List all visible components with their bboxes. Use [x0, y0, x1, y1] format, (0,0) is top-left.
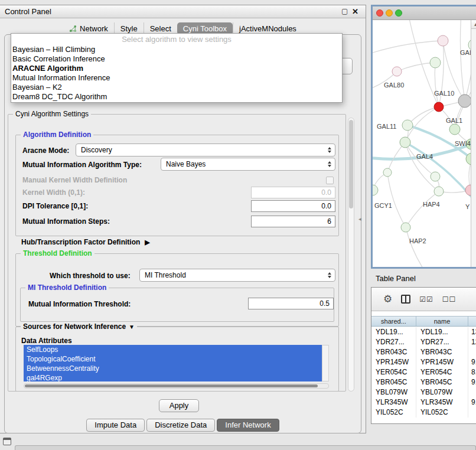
panel-collapse-icon[interactable]: ◂ [358, 216, 361, 222]
float-window-icon[interactable]: ▢ [341, 7, 348, 15]
table-row[interactable]: YBR043CYBR043C [371, 347, 476, 357]
network-edge[interactable] [373, 41, 443, 56]
manual-kernel-checkbox[interactable] [326, 177, 334, 184]
network-node[interactable] [373, 185, 378, 195]
table-row[interactable]: YBL079WYBL079W [371, 387, 476, 397]
attributes-vertical-scrollbar[interactable] [322, 345, 329, 381]
network-window-titlebar[interactable] [373, 6, 476, 20]
tab-label: jActiveMNodules [239, 24, 296, 33]
sources-toggle[interactable]: Sources for Network Inference ▼ [21, 322, 137, 331]
network-edge[interactable] [405, 142, 439, 191]
table-cell: 9. [468, 397, 476, 407]
data-attribute-item[interactable]: TopologicalCoefficient [24, 354, 322, 364]
scrollbar-thumb[interactable] [25, 384, 318, 387]
network-node[interactable] [434, 187, 444, 196]
tab-infer-network[interactable]: Infer Network [217, 419, 279, 432]
network-canvas[interactable]: GAL7GAL80GAL10GAL11GAL1SWI4GAL4GCY1HAP4Y… [373, 20, 471, 267]
network-node[interactable] [431, 172, 440, 181]
network-view-window: GAL7GAL80GAL10GAL11GAL1SWI4GAL4GCY1HAP4Y… [371, 5, 476, 269]
scrollbar-thumb[interactable] [349, 120, 353, 208]
which-threshold-label: Which threshold to use: [50, 270, 131, 282]
tab-label: Select [150, 24, 171, 33]
data-attribute-item[interactable]: gal4RGexp [24, 373, 322, 381]
network-node[interactable] [438, 35, 448, 46]
table-cell: 8. [468, 367, 476, 377]
network-edge[interactable] [397, 63, 435, 71]
minimize-traffic-light[interactable] [386, 9, 393, 17]
mi-threshold-label: Mutual Information Threshold: [28, 298, 131, 310]
group-title: Algorithm Definition [21, 131, 93, 139]
column-header-shared-name[interactable]: shared... [371, 317, 416, 326]
dpi-tolerance-field[interactable]: 0.0 [251, 200, 335, 212]
table-cell: YDL19... [371, 327, 416, 337]
network-node[interactable] [430, 57, 441, 68]
which-threshold-value: MI Threshold [145, 271, 186, 279]
network-node[interactable] [392, 67, 402, 76]
network-canvas-area[interactable]: GAL7GAL80GAL10GAL11GAL1SWI4GAL4GCY1HAP4Y… [373, 20, 476, 267]
network-edge[interactable] [406, 227, 423, 267]
mi-threshold-field[interactable]: 0.5 [248, 298, 334, 309]
tab-label: Style [120, 24, 138, 33]
data-attribute-item[interactable]: BetweennessCentrality [24, 364, 322, 373]
table-row[interactable]: YIL052CYIL052C [371, 407, 476, 418]
apply-button[interactable]: Apply [159, 399, 199, 412]
table-cell: YLR345W [371, 397, 416, 407]
algorithm-option[interactable]: Bayesian – K2 [11, 83, 342, 92]
scroll-up-button[interactable]: ▲ [471, 20, 476, 29]
table-row[interactable]: YLR345WYLR345W9. [371, 397, 476, 407]
table-cell: YDR27... [371, 337, 416, 347]
network-node[interactable] [449, 124, 460, 135]
network-node[interactable] [402, 120, 413, 131]
close-traffic-light[interactable] [376, 9, 383, 17]
algorithm-option[interactable]: Mutual Information Inference [11, 73, 342, 83]
table-row[interactable]: YDL19...YDL19...13 [371, 327, 476, 337]
column-header-name[interactable]: name [416, 317, 468, 326]
algorithm-option[interactable]: ARACNE Algorithm [11, 64, 342, 73]
mi-type-select[interactable]: Naive Bayes [161, 158, 335, 171]
gear-icon[interactable]: ⚙ [383, 293, 392, 305]
table-row[interactable]: YBR045CYBR045C9. [371, 377, 476, 387]
table-cell: YIL052C [371, 407, 416, 418]
mi-type-value: Naive Bayes [166, 160, 206, 168]
group-title: Cyni Algorithm Settings [13, 110, 91, 118]
network-node[interactable] [383, 168, 392, 177]
network-node[interactable] [458, 94, 471, 107]
hub-definition-toggle[interactable]: Hub/Transcription Factor Definition ▶ [21, 237, 150, 247]
docked-panel-icon[interactable] [3, 438, 11, 445]
network-node[interactable] [401, 223, 410, 232]
network-edge[interactable] [406, 191, 439, 227]
algorithm-option[interactable]: Basic Correlation Inference [11, 54, 342, 64]
table-body: YDL19...YDL19...13YDR27...YDR27...12YBR0… [371, 327, 476, 423]
deselect-all-columns-icon[interactable]: ☐☐ [442, 295, 457, 304]
select-all-columns-icon[interactable]: ☑☑ [419, 295, 433, 304]
network-node[interactable] [434, 102, 444, 112]
table-columns-icon[interactable] [401, 295, 410, 304]
data-attribute-item[interactable]: SelfLoops [24, 345, 322, 354]
zoom-traffic-light[interactable] [395, 9, 402, 17]
column-header-extra[interactable] [468, 317, 476, 326]
network-edge[interactable] [460, 20, 465, 101]
network-node-label: SWI4 [455, 140, 471, 147]
data-attributes-list[interactable]: SelfLoopsTopologicalCoefficientBetweenne… [24, 345, 329, 381]
algorithm-option[interactable]: Bayesian – Hill Climbing [11, 45, 342, 54]
attributes-horizontal-scrollbar[interactable] [24, 383, 329, 389]
table-cell: YBR043C [416, 347, 468, 357]
algorithm-option[interactable]: Dream8 DC_TDC Algorithm [11, 92, 342, 102]
network-node[interactable] [465, 185, 471, 195]
close-icon[interactable]: ✕ [352, 7, 358, 16]
table-row[interactable]: YDR27...YDR27...12 [371, 337, 476, 347]
network-vertical-scrollbar[interactable]: ▲ [471, 20, 476, 267]
network-node[interactable] [400, 137, 410, 148]
settings-vertical-scrollbar[interactable] [348, 118, 354, 392]
table-row[interactable]: YPR145WYPR145W9. [371, 357, 476, 367]
which-threshold-select[interactable]: MI Threshold [139, 269, 335, 282]
network-edge[interactable] [439, 41, 444, 107]
table-row[interactable]: YER054CYER054C8. [371, 367, 476, 377]
aracne-mode-select[interactable]: Discovery [76, 144, 335, 156]
control-panel-titlebar[interactable]: Control Panel ▢ ✕ [0, 5, 366, 18]
mi-steps-field[interactable]: 6 [251, 216, 335, 227]
tab-impute-data[interactable]: Impute Data [86, 419, 145, 432]
network-edge[interactable] [387, 172, 406, 227]
kernel-width-field[interactable]: 0.0 [251, 187, 335, 198]
tab-discretize-data[interactable]: Discretize Data [146, 419, 215, 432]
